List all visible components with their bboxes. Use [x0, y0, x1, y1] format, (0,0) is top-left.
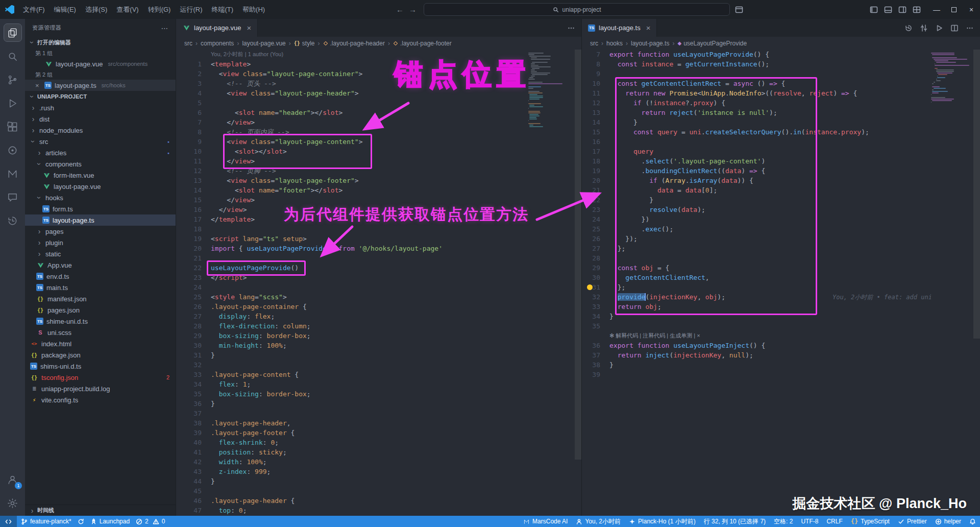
activity-marscode[interactable] [0, 162, 25, 185]
code-line[interactable]: 21 [176, 253, 581, 263]
status-sync-button[interactable] [76, 516, 86, 527]
code-line[interactable]: 33 return obj; [582, 302, 980, 312]
code-line[interactable]: 17 query [582, 147, 980, 156]
tree-folder-plugin[interactable]: ›plugin [25, 237, 176, 248]
code-line[interactable]: 6 <slot name="header"></slot> [176, 108, 581, 117]
code-line[interactable]: 13 return reject('instance is null'); [582, 108, 980, 117]
code-line[interactable]: 12 <!-- 页脚 --> [176, 166, 581, 176]
open-editor-layout-page.vue[interactable]: layout-page.vuesrc/components [25, 58, 176, 69]
tree-file-App.vue[interactable]: App.vue [25, 259, 176, 271]
status-problems-errors[interactable]: 2 [134, 516, 151, 527]
code-line[interactable]: 32 [176, 360, 581, 370]
code-line[interactable]: 11 return new Promise<UniApp.NodeInfo>((… [582, 88, 980, 98]
code-line[interactable]: 33.layout-page-content { [176, 370, 581, 379]
code-line[interactable]: 5 [176, 98, 581, 108]
lightbulb-icon[interactable] [587, 284, 593, 290]
menu-item[interactable]: 选择(S) [81, 3, 112, 16]
activity-settings[interactable] [0, 491, 25, 515]
status-notifications[interactable] [965, 516, 980, 527]
code-line[interactable]: 44} [176, 476, 581, 486]
code-line[interactable]: 47 top: 0; [176, 506, 581, 515]
code-line[interactable]: 26 }); [582, 234, 980, 244]
code-line[interactable]: 32 provide(injectionKey, obj);You, 2小时前 … [582, 292, 980, 302]
code-line[interactable]: 37 [176, 409, 581, 418]
code-line[interactable]: 25<style lang="scss"> [176, 292, 581, 302]
status-cursor-position[interactable]: 行 32, 列 10 (已选择 7) [700, 516, 770, 527]
menu-item[interactable]: 帮助(H) [238, 3, 270, 16]
tree-file-package.json[interactable]: {}package.json [25, 349, 176, 361]
history-small-icon[interactable] [904, 24, 913, 32]
menu-item[interactable]: 运行(R) [175, 3, 207, 16]
tree-file-form-item.vue[interactable]: form-item.vue [25, 170, 176, 181]
tree-file-vite.config.ts[interactable]: ⚡vite.config.ts [25, 394, 176, 405]
breadcrumb-item[interactable]: hooks [606, 40, 623, 47]
breadcrumb-item[interactable]: ◆useLayoutPageProvide [677, 40, 747, 47]
code-editor-vue[interactable]: You, 2小时前 | 1 author (You)1<template>2 <… [176, 50, 581, 516]
tree-folder-.rush[interactable]: ›.rush [25, 102, 176, 113]
tree-file-env.d.ts[interactable]: TSenv.d.ts [25, 271, 176, 282]
code-line[interactable]: 24 [176, 282, 581, 292]
code-line[interactable]: 22useLayoutPageProvide() [176, 263, 581, 273]
code-line[interactable]: 38} [582, 360, 980, 370]
tree-file-uniapp-project.build.log[interactable]: ≡uniapp-project.build.log [25, 383, 176, 394]
more-icon[interactable] [966, 24, 974, 32]
timeline-header[interactable]: › 时间线 [25, 505, 176, 516]
project-header[interactable]: › UNIAPP-PROJECT [25, 91, 176, 102]
code-line[interactable]: 31} [176, 350, 581, 360]
breadcrumb-item[interactable]: .layout-page-header [323, 40, 385, 47]
tree-file-pages.json[interactable]: {}pages.json [25, 304, 176, 316]
code-line[interactable]: 18 [176, 224, 581, 234]
code-line[interactable]: 36} [176, 399, 581, 409]
code-line[interactable]: 8 const instance = getCurrentInstance(); [582, 59, 980, 69]
code-line[interactable]: 18 .select('.layout-page-content') [582, 156, 980, 166]
code-line[interactable]: 30 getContentClientRect, [582, 273, 980, 282]
code-line[interactable]: 39 [582, 370, 980, 379]
run-small-icon[interactable] [935, 24, 943, 32]
code-line[interactable]: 41 position: sticky; [176, 447, 581, 457]
menu-item[interactable]: 终端(T) [207, 3, 238, 16]
activity-history[interactable] [0, 209, 25, 232]
code-line[interactable]: 29 box-sizing: border-box; [176, 331, 581, 341]
codelens-line[interactable]: You, 2小时前 | 1 author (You) [176, 50, 581, 59]
layout-right-icon[interactable] [898, 6, 906, 14]
status-formatter[interactable]: Prettier [894, 516, 931, 527]
layout-bottom-icon[interactable] [884, 6, 892, 14]
status-indentation[interactable]: 空格: 2 [770, 516, 797, 527]
status-marscode-ai[interactable]: MarsCode AI [519, 516, 572, 527]
breadcrumb[interactable]: src›hooks›layout-page.ts›◆useLayoutPageP… [582, 37, 980, 50]
code-line[interactable]: 15 const query = uni.createSelectorQuery… [582, 127, 980, 137]
open-editors-header[interactable]: › 打开的编辑器 [25, 37, 176, 48]
code-line[interactable]: 34} [582, 312, 980, 321]
tree-folder-src[interactable]: ›src● [25, 136, 176, 147]
panel-toggle-icon[interactable] [735, 6, 743, 14]
tree-file-form.ts[interactable]: TSform.ts [25, 203, 176, 214]
code-line[interactable]: 27 }; [582, 244, 980, 253]
tree-file-layout-page.vue[interactable]: layout-page.vue [25, 181, 176, 192]
code-line[interactable]: 10 <slot></slot> [176, 147, 581, 156]
code-line[interactable]: 9 [582, 69, 980, 79]
tree-file-shime-uni.d.ts[interactable]: TSshime-uni.d.ts [25, 316, 176, 327]
code-line[interactable]: 17</template> [176, 214, 581, 224]
status-blame-author[interactable]: You, 2小时前 [572, 516, 625, 527]
tree-folder-node_modules[interactable]: ›node_modules [25, 125, 176, 136]
code-line[interactable]: 14 } [582, 117, 980, 127]
code-line[interactable]: 20import { useLayoutPageProvide } from '… [176, 244, 581, 253]
code-line[interactable]: 24 }) [582, 214, 980, 224]
minimap[interactable] [931, 52, 975, 516]
code-line[interactable]: 1<template> [176, 59, 581, 69]
code-line[interactable]: 25 .exec(); [582, 224, 980, 234]
activity-run-debug[interactable] [0, 91, 25, 115]
code-line[interactable]: 15 </view> [176, 195, 581, 205]
tree-file-uni.scss[interactable]: Suni.scss [25, 327, 176, 338]
tree-file-layout-page.ts[interactable]: TSlayout-page.ts [25, 214, 176, 226]
tree-folder-articles[interactable]: ›articles● [25, 147, 176, 158]
code-line[interactable]: 2 <view class="layout-page-container"> [176, 69, 581, 79]
tree-folder-dist[interactable]: ›dist [25, 113, 176, 125]
activity-search[interactable] [0, 44, 25, 68]
status-problems-warnings[interactable]: 0 [151, 516, 167, 527]
code-line[interactable]: 37 return inject(injectionKey, null); [582, 350, 980, 360]
close-icon[interactable]: × [35, 82, 41, 89]
activity-extensions[interactable] [0, 115, 25, 138]
layout-left-icon[interactable] [870, 6, 878, 14]
code-line[interactable]: 19<script lang="ts" setup> [176, 234, 581, 244]
